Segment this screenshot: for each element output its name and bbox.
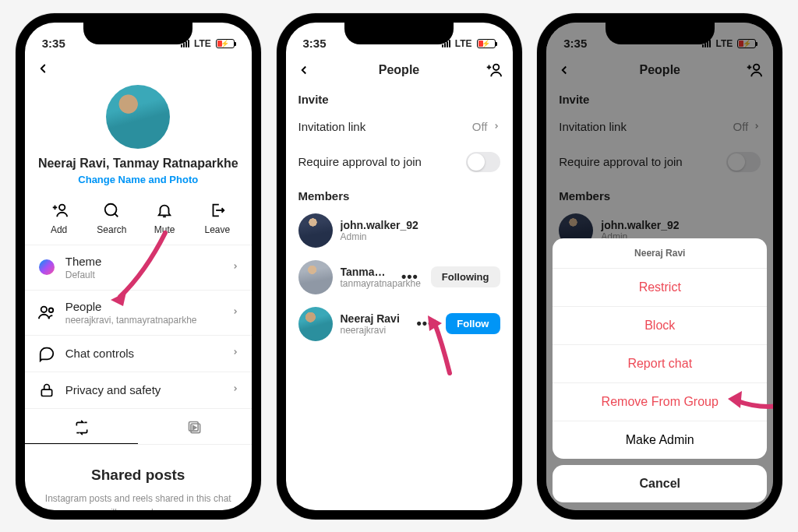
theme-row[interactable]: Theme Default xyxy=(25,245,252,291)
member-sub: tanmayratnaparkhe xyxy=(341,278,389,289)
phone-action-sheet: 3:35 LTE ⚡ People Invite Invitation link… xyxy=(537,13,782,520)
svg-point-6 xyxy=(49,308,54,313)
member-row[interactable]: Tanmay Ratnapar... tanmayratnaparkhe •••… xyxy=(286,254,513,301)
group-hero: Neeraj Ravi, Tanmay Ratnaparkhe Change N… xyxy=(25,82,252,190)
search-label: Search xyxy=(97,224,126,235)
tab-media[interactable] xyxy=(138,412,252,444)
require-approval-label: Require approval to join xyxy=(298,155,422,168)
nav-bar: People xyxy=(286,57,513,85)
add-person-button[interactable] xyxy=(480,62,502,79)
chevron-right-icon xyxy=(493,121,500,132)
members-header: Members xyxy=(286,181,513,207)
page-title: People xyxy=(319,63,480,77)
action-sheet-title: Neeraj Ravi xyxy=(553,238,767,268)
svg-point-2 xyxy=(59,204,65,210)
tab-reshare[interactable] xyxy=(25,412,139,444)
back-button[interactable] xyxy=(36,62,58,76)
svg-marker-10 xyxy=(193,426,196,430)
reshare-icon xyxy=(74,420,90,435)
empty-state: Shared posts Instagram posts and reels s… xyxy=(25,445,252,510)
avatar xyxy=(298,213,333,248)
network-label: LTE xyxy=(194,38,211,49)
avatar xyxy=(298,260,333,294)
member-more-button[interactable]: ••• xyxy=(397,269,423,285)
invitation-link-value: Off xyxy=(472,120,488,133)
invite-header: Invite xyxy=(286,85,513,111)
svg-point-3 xyxy=(105,203,117,215)
status-time: 3:35 xyxy=(42,37,65,50)
svg-line-4 xyxy=(115,213,118,217)
remove-from-group-button[interactable]: Remove From Group xyxy=(553,382,767,421)
status-time: 3:35 xyxy=(303,37,327,50)
phone-people-list: 3:35 LTE ⚡ People Invite Invitation link… xyxy=(277,13,522,520)
following-button[interactable]: Following xyxy=(431,266,500,287)
member-sub: Admin xyxy=(341,231,500,242)
change-name-photo-link[interactable]: Change Name and Photo xyxy=(78,174,198,185)
battery-icon: ⚡ xyxy=(477,39,496,48)
svg-rect-7 xyxy=(41,389,51,396)
people-sub: neerajkravi, tanmayratnaparkhe xyxy=(65,315,222,326)
make-admin-button[interactable]: Make Admin xyxy=(553,421,767,459)
member-row[interactable]: john.walker_92 Admin xyxy=(286,207,513,254)
media-icon xyxy=(187,420,203,435)
notch xyxy=(344,23,454,44)
search-button[interactable]: Search xyxy=(88,201,135,235)
report-chat-button[interactable]: Report chat xyxy=(553,344,767,382)
group-name: Neeraj Ravi, Tanmay Ratnaparkhe xyxy=(38,157,238,171)
mute-button[interactable]: Mute xyxy=(141,201,188,235)
phone-group-info: 3:35 LTE ⚡ Neeraj Ravi, Tanmay Ratnapark… xyxy=(16,13,261,520)
theme-title: Theme xyxy=(65,255,222,268)
action-sheet: Neeraj Ravi Restrict Block Report chat R… xyxy=(553,238,767,502)
shared-tabs xyxy=(25,412,252,445)
quick-actions: Add Search Mute Leave xyxy=(25,190,252,245)
cancel-button[interactable]: Cancel xyxy=(553,465,767,502)
notch xyxy=(606,23,715,44)
notch xyxy=(83,23,192,44)
chevron-left-icon xyxy=(297,63,311,77)
add-user-icon xyxy=(485,62,502,79)
empty-title: Shared posts xyxy=(44,467,233,484)
block-button[interactable]: Block xyxy=(553,306,767,344)
people-icon xyxy=(37,304,56,321)
privacy-row[interactable]: Privacy and safety xyxy=(25,372,252,409)
theme-sub: Default xyxy=(65,270,222,280)
back-button[interactable] xyxy=(297,63,319,77)
svg-point-14 xyxy=(493,64,499,69)
chevron-left-icon xyxy=(36,62,50,76)
approval-toggle[interactable] xyxy=(466,152,500,172)
battery-icon: ⚡ xyxy=(216,39,235,48)
people-row[interactable]: People neerajkravi, tanmayratnaparkhe xyxy=(25,291,252,336)
group-avatar[interactable] xyxy=(106,85,170,149)
member-name: Neeraj Ravi xyxy=(341,312,404,325)
restrict-button[interactable]: Restrict xyxy=(553,268,767,306)
member-name: Tanmay Ratnapar... xyxy=(341,266,389,278)
people-title: People xyxy=(65,300,222,313)
leave-icon xyxy=(209,201,226,220)
mute-label: Mute xyxy=(154,224,175,235)
theme-icon xyxy=(39,259,55,275)
member-sub: neerajkravi xyxy=(341,325,404,336)
nav-bar xyxy=(25,57,252,82)
add-label: Add xyxy=(51,224,67,235)
search-icon xyxy=(103,201,120,220)
chevron-right-icon xyxy=(231,347,239,360)
lock-icon xyxy=(37,382,56,399)
leave-label: Leave xyxy=(205,224,231,235)
network-label: LTE xyxy=(455,38,472,49)
invitation-link-row[interactable]: Invitation link Off xyxy=(286,111,513,143)
empty-sub: Instagram posts and reels shared in this… xyxy=(44,491,233,510)
add-user-icon xyxy=(50,201,69,220)
member-more-button[interactable]: ••• xyxy=(411,315,438,332)
chevron-right-icon xyxy=(231,261,239,274)
privacy-title: Privacy and safety xyxy=(65,383,222,396)
chat-controls-title: Chat controls xyxy=(65,347,222,360)
follow-button[interactable]: Follow xyxy=(446,313,500,334)
svg-point-5 xyxy=(41,307,46,312)
member-row[interactable]: Neeraj Ravi neerajkravi ••• Follow xyxy=(286,301,513,347)
bell-icon xyxy=(156,201,173,220)
add-member-button[interactable]: Add xyxy=(36,201,83,235)
leave-button[interactable]: Leave xyxy=(194,201,241,235)
require-approval-row[interactable]: Require approval to join xyxy=(286,143,513,181)
chevron-right-icon xyxy=(231,383,239,396)
chat-controls-row[interactable]: Chat controls xyxy=(25,336,252,372)
